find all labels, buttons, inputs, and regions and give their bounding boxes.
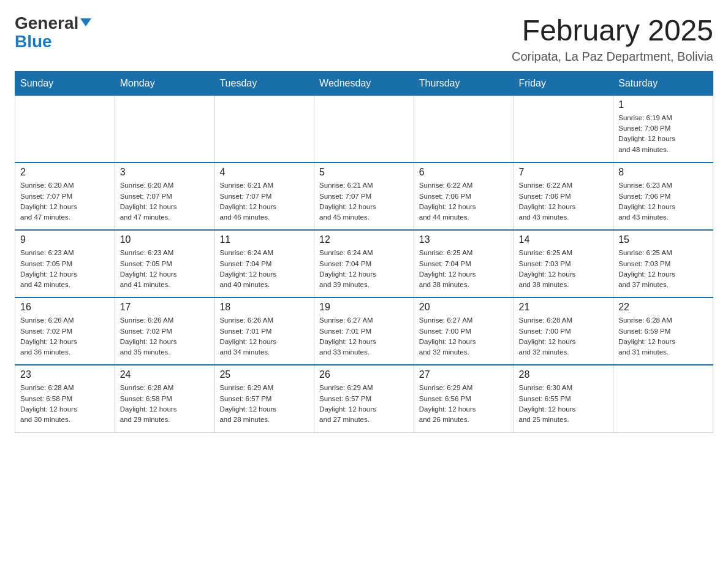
calendar-week-1: 1Sunrise: 6:19 AM Sunset: 7:08 PM Daylig…: [15, 95, 713, 163]
calendar-cell: 13Sunrise: 6:25 AM Sunset: 7:04 PM Dayli…: [414, 230, 514, 297]
calendar-week-4: 16Sunrise: 6:26 AM Sunset: 7:02 PM Dayli…: [15, 297, 713, 365]
calendar-week-5: 23Sunrise: 6:28 AM Sunset: 6:58 PM Dayli…: [15, 365, 713, 432]
day-number: 23: [20, 369, 110, 380]
calendar-cell: 25Sunrise: 6:29 AM Sunset: 6:57 PM Dayli…: [214, 365, 314, 432]
day-number: 9: [20, 234, 110, 245]
header-saturday: Saturday: [613, 71, 713, 95]
day-info: Sunrise: 6:22 AM Sunset: 7:06 PM Dayligh…: [519, 180, 609, 223]
logo-text-1: General: [15, 15, 91, 32]
header-wednesday: Wednesday: [314, 71, 414, 95]
calendar-cell: 8Sunrise: 6:23 AM Sunset: 7:06 PM Daylig…: [613, 163, 713, 230]
calendar-cell: [15, 95, 115, 163]
calendar-cell: [514, 95, 613, 163]
day-info: Sunrise: 6:21 AM Sunset: 7:07 PM Dayligh…: [219, 180, 309, 223]
day-number: 17: [120, 302, 210, 313]
calendar-cell: 9Sunrise: 6:23 AM Sunset: 7:05 PM Daylig…: [15, 230, 115, 297]
header-friday: Friday: [514, 71, 613, 95]
calendar-cell: 20Sunrise: 6:27 AM Sunset: 7:00 PM Dayli…: [414, 297, 514, 365]
page-header: General Blue February 2025 Coripata, La …: [15, 15, 713, 64]
day-number: 25: [219, 369, 309, 380]
calendar-cell: [414, 95, 514, 163]
calendar-cell: 28Sunrise: 6:30 AM Sunset: 6:55 PM Dayli…: [514, 365, 613, 432]
day-number: 8: [618, 167, 708, 178]
calendar-cell: 27Sunrise: 6:29 AM Sunset: 6:56 PM Dayli…: [414, 365, 514, 432]
calendar-cell: 18Sunrise: 6:26 AM Sunset: 7:01 PM Dayli…: [214, 297, 314, 365]
day-info: Sunrise: 6:21 AM Sunset: 7:07 PM Dayligh…: [319, 180, 409, 223]
day-number: 19: [319, 302, 409, 313]
day-number: 26: [319, 369, 409, 380]
day-number: 6: [419, 167, 509, 178]
day-info: Sunrise: 6:29 AM Sunset: 6:56 PM Dayligh…: [419, 383, 509, 425]
day-info: Sunrise: 6:23 AM Sunset: 7:05 PM Dayligh…: [20, 248, 110, 290]
day-number: 10: [120, 234, 210, 245]
day-number: 11: [219, 234, 309, 245]
day-info: Sunrise: 6:27 AM Sunset: 7:01 PM Dayligh…: [319, 315, 409, 358]
day-info: Sunrise: 6:25 AM Sunset: 7:03 PM Dayligh…: [519, 248, 609, 290]
calendar-cell: 5Sunrise: 6:21 AM Sunset: 7:07 PM Daylig…: [314, 163, 414, 230]
day-number: 1: [618, 99, 708, 110]
calendar-cell: 15Sunrise: 6:25 AM Sunset: 7:03 PM Dayli…: [613, 230, 713, 297]
calendar-cell: 3Sunrise: 6:20 AM Sunset: 7:07 PM Daylig…: [115, 163, 214, 230]
day-info: Sunrise: 6:26 AM Sunset: 7:01 PM Dayligh…: [219, 315, 309, 358]
day-number: 16: [20, 302, 110, 313]
calendar-cell: 2Sunrise: 6:20 AM Sunset: 7:07 PM Daylig…: [15, 163, 115, 230]
calendar-cell: [115, 95, 214, 163]
day-number: 24: [120, 369, 210, 380]
day-info: Sunrise: 6:27 AM Sunset: 7:00 PM Dayligh…: [419, 315, 509, 358]
day-number: 27: [419, 369, 509, 380]
day-number: 5: [319, 167, 409, 178]
calendar-cell: 7Sunrise: 6:22 AM Sunset: 7:06 PM Daylig…: [514, 163, 613, 230]
day-info: Sunrise: 6:25 AM Sunset: 7:03 PM Dayligh…: [618, 248, 708, 290]
day-info: Sunrise: 6:25 AM Sunset: 7:04 PM Dayligh…: [419, 248, 509, 290]
calendar-cell: 21Sunrise: 6:28 AM Sunset: 7:00 PM Dayli…: [514, 297, 613, 365]
day-info: Sunrise: 6:28 AM Sunset: 6:58 PM Dayligh…: [20, 383, 110, 425]
header-tuesday: Tuesday: [214, 71, 314, 95]
calendar-cell: 14Sunrise: 6:25 AM Sunset: 7:03 PM Dayli…: [514, 230, 613, 297]
day-number: 22: [618, 302, 708, 313]
day-info: Sunrise: 6:29 AM Sunset: 6:57 PM Dayligh…: [319, 383, 409, 425]
calendar-cell: 22Sunrise: 6:28 AM Sunset: 6:59 PM Dayli…: [613, 297, 713, 365]
day-info: Sunrise: 6:30 AM Sunset: 6:55 PM Dayligh…: [519, 383, 609, 425]
day-info: Sunrise: 6:29 AM Sunset: 6:57 PM Dayligh…: [219, 383, 309, 425]
day-info: Sunrise: 6:28 AM Sunset: 6:59 PM Dayligh…: [618, 315, 708, 358]
calendar-cell: 10Sunrise: 6:23 AM Sunset: 7:05 PM Dayli…: [115, 230, 214, 297]
calendar-cell: [214, 95, 314, 163]
logo-text-2: Blue: [15, 32, 52, 52]
month-title: February 2025: [512, 15, 713, 47]
header-monday: Monday: [115, 71, 214, 95]
day-number: 21: [519, 302, 609, 313]
day-number: 7: [519, 167, 609, 178]
day-info: Sunrise: 6:20 AM Sunset: 7:07 PM Dayligh…: [20, 180, 110, 223]
day-number: 3: [120, 167, 210, 178]
day-number: 28: [519, 369, 609, 380]
header-thursday: Thursday: [414, 71, 514, 95]
day-number: 12: [319, 234, 409, 245]
calendar-week-2: 2Sunrise: 6:20 AM Sunset: 7:07 PM Daylig…: [15, 163, 713, 230]
calendar-cell: [613, 365, 713, 432]
calendar-cell: [314, 95, 414, 163]
day-number: 15: [618, 234, 708, 245]
day-info: Sunrise: 6:20 AM Sunset: 7:07 PM Dayligh…: [120, 180, 210, 223]
day-info: Sunrise: 6:24 AM Sunset: 7:04 PM Dayligh…: [319, 248, 409, 290]
title-area: February 2025 Coripata, La Paz Departmen…: [512, 15, 713, 64]
day-number: 4: [219, 167, 309, 178]
day-info: Sunrise: 6:19 AM Sunset: 7:08 PM Dayligh…: [618, 113, 708, 155]
calendar-week-3: 9Sunrise: 6:23 AM Sunset: 7:05 PM Daylig…: [15, 230, 713, 297]
day-info: Sunrise: 6:22 AM Sunset: 7:06 PM Dayligh…: [419, 180, 509, 223]
calendar-cell: 12Sunrise: 6:24 AM Sunset: 7:04 PM Dayli…: [314, 230, 414, 297]
calendar-cell: 4Sunrise: 6:21 AM Sunset: 7:07 PM Daylig…: [214, 163, 314, 230]
day-info: Sunrise: 6:23 AM Sunset: 7:05 PM Dayligh…: [120, 248, 210, 290]
day-number: 13: [419, 234, 509, 245]
calendar-table: SundayMondayTuesdayWednesdayThursdayFrid…: [15, 71, 713, 433]
calendar-cell: 6Sunrise: 6:22 AM Sunset: 7:06 PM Daylig…: [414, 163, 514, 230]
calendar-header-row: SundayMondayTuesdayWednesdayThursdayFrid…: [15, 71, 713, 95]
calendar-cell: 24Sunrise: 6:28 AM Sunset: 6:58 PM Dayli…: [115, 365, 214, 432]
day-info: Sunrise: 6:24 AM Sunset: 7:04 PM Dayligh…: [219, 248, 309, 290]
day-number: 20: [419, 302, 509, 313]
calendar-cell: 17Sunrise: 6:26 AM Sunset: 7:02 PM Dayli…: [115, 297, 214, 365]
day-number: 18: [219, 302, 309, 313]
header-sunday: Sunday: [15, 71, 115, 95]
day-number: 2: [20, 167, 110, 178]
calendar-cell: 16Sunrise: 6:26 AM Sunset: 7:02 PM Dayli…: [15, 297, 115, 365]
day-info: Sunrise: 6:26 AM Sunset: 7:02 PM Dayligh…: [20, 315, 110, 358]
